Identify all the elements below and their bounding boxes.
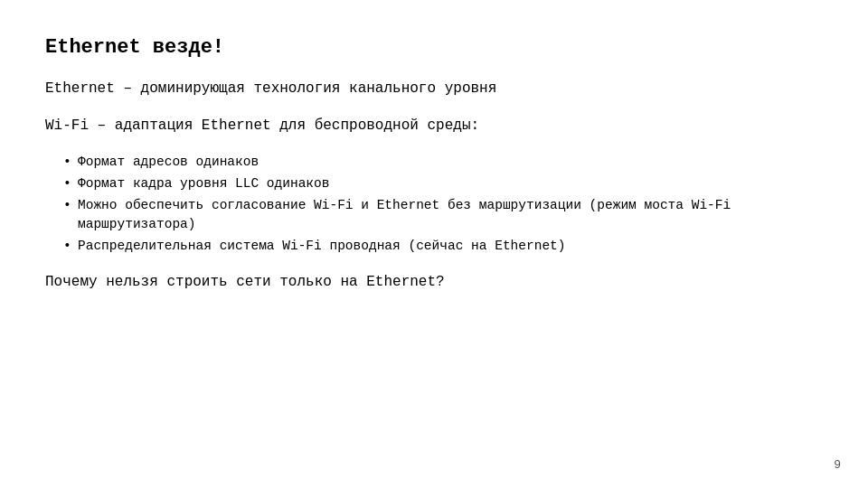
list-item: Формат кадра уровня LLC одинаков xyxy=(63,174,823,193)
bullet-section: Wi-Fi – адаптация Ethernet для беспровод… xyxy=(45,116,823,256)
list-item: Можно обеспечить согласование Wi-Fi и Et… xyxy=(63,196,823,234)
paragraph-2: Wi-Fi – адаптация Ethernet для беспровод… xyxy=(45,116,823,136)
slide-title: Ethernet везде! xyxy=(45,36,823,59)
paragraph-1: Ethernet – доминирующая технология канал… xyxy=(45,79,823,99)
list-item: Формат адресов одинаков xyxy=(63,153,823,172)
question-text: Почему нельзя строить сети только на Eth… xyxy=(45,272,823,293)
page-number: 9 xyxy=(834,458,841,472)
bullet-list: Формат адресов одинаков Формат кадра уро… xyxy=(45,153,823,256)
slide: Ethernet везде! Ethernet – доминирующая … xyxy=(0,0,868,488)
list-item: Распределительная система Wi-Fi проводна… xyxy=(63,237,823,256)
